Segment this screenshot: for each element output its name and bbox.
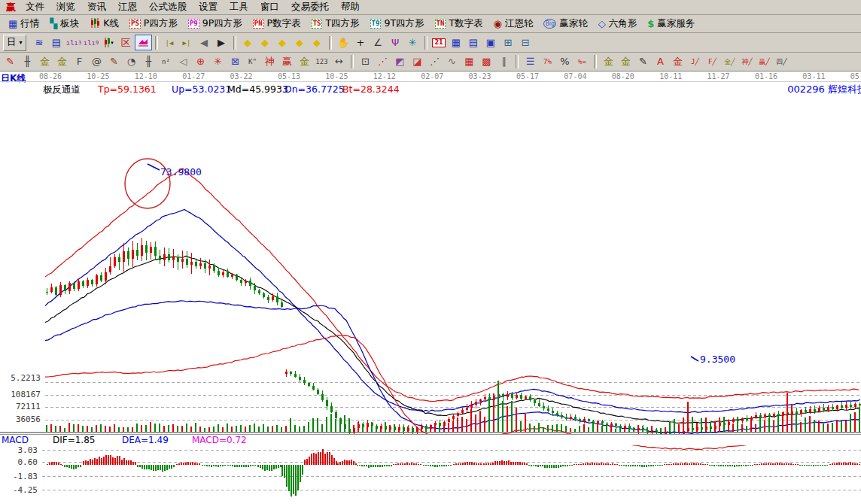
macd-axis-label: 3.03	[0, 445, 38, 455]
knife-icon[interactable]: ✎	[2, 54, 19, 70]
volume-profile-icon[interactable]	[135, 35, 152, 50]
quick-button-江恩轮[interactable]: ◉江恩轮	[488, 16, 539, 32]
percent-icon[interactable]: %	[556, 54, 573, 70]
quick-button-T数字表[interactable]: TNT数字表	[430, 16, 488, 32]
prev-page-icon[interactable]: ◀	[196, 35, 213, 50]
first-page-icon[interactable]: |◀	[161, 35, 178, 50]
brush-icon[interactable]: ✎	[634, 54, 652, 70]
crosshair-icon[interactable]: +	[352, 35, 370, 50]
width-icon[interactable]: ↔	[330, 54, 348, 70]
ruler-icon[interactable]: ╫	[140, 54, 157, 70]
gold-circle-icon[interactable]: 金	[600, 54, 617, 70]
quick-button-label: 江恩轮	[505, 17, 534, 30]
menu-item-3[interactable]: 江恩	[112, 0, 143, 14]
gann-fan-icon[interactable]: Ψ	[387, 35, 404, 50]
grid-arrow-icon[interactable]: ▩	[478, 54, 495, 70]
menu-item-6[interactable]: 工具	[224, 0, 254, 14]
measure-box-icon[interactable]: ⊡	[357, 54, 374, 70]
hand-icon[interactable]: ✋	[335, 35, 352, 50]
web-icon[interactable]: ✳	[404, 35, 421, 50]
menu-item-5[interactable]: 设置	[193, 0, 224, 14]
parallel-icon[interactable]: ∥	[495, 54, 513, 70]
quick-button-K线[interactable]: K线	[84, 16, 124, 32]
grid-icon: ▦	[8, 19, 17, 29]
gold-box-icon[interactable]: 金	[296, 54, 313, 70]
percent-line-icon[interactable]: %=	[573, 54, 591, 70]
quick-button-行情[interactable]: ▦行情	[3, 16, 44, 32]
scale-icon[interactable]: ╫	[19, 54, 36, 70]
distribution-icon[interactable]: ☰	[522, 54, 539, 70]
web-red-icon[interactable]: ✳	[209, 54, 227, 70]
target-icon[interactable]: ⊕	[192, 54, 209, 70]
gold-under-icon[interactable]: 金	[669, 54, 686, 70]
quick-button-T四方形[interactable]: TST四方形	[306, 16, 365, 32]
menu-item-4[interactable]: 公式选股	[143, 0, 193, 14]
kline-period-button[interactable]: 日 ▾	[3, 35, 26, 51]
network-icon[interactable]: ⊞	[500, 35, 517, 50]
k2-icon[interactable]: K"	[244, 54, 261, 70]
trend-lines-icon[interactable]: ⋰	[426, 54, 443, 70]
quick-button-P四方形[interactable]: PSP四方形	[124, 16, 183, 32]
menu-item-0[interactable]: 文件	[20, 0, 50, 14]
quick-button-9T四方形[interactable]: T99T四方形	[365, 16, 430, 32]
calendar-icon[interactable]: 21	[430, 35, 448, 50]
four-angle-icon[interactable]: 四╱	[773, 54, 790, 70]
remote-icon[interactable]: ⊟	[517, 35, 534, 50]
shen-icon[interactable]: 神	[261, 54, 278, 70]
gold-angle-icon[interactable]: 金╱	[721, 54, 738, 70]
grid-red-icon[interactable]: ▦	[461, 54, 478, 70]
n2-icon[interactable]: n²	[157, 54, 175, 70]
last-page-icon[interactable]: ▶|	[178, 35, 196, 50]
notepad-icon[interactable]: ▤	[465, 35, 482, 50]
quick-button-赢家轮[interactable]: Big赢家轮	[538, 16, 592, 32]
quick-button-板块[interactable]: ▚板块	[44, 16, 84, 32]
diamond-all-icon[interactable]: ◆	[291, 35, 309, 50]
diamond-swap-icon[interactable]: ◆	[274, 35, 291, 50]
ying-angle-icon[interactable]: 赢╱	[756, 54, 773, 70]
blocks-icon: ▚	[50, 19, 57, 29]
pennant-icon[interactable]: ◁	[175, 54, 192, 70]
quick-button-9P四方形[interactable]: P99P四方形	[183, 16, 248, 32]
percent-cut-icon[interactable]: 7%	[539, 54, 556, 70]
menu-item-9[interactable]: 帮助	[335, 0, 366, 14]
ying-icon[interactable]: 赢	[278, 54, 296, 70]
shen-angle-icon[interactable]: 神╱	[738, 54, 756, 70]
pen-icon[interactable]: ✎	[105, 54, 123, 70]
menu-item-8[interactable]: 交易委托	[285, 0, 335, 14]
quick-button-赢家服务[interactable]: $赢家服务	[642, 16, 700, 32]
a-wave-icon[interactable]: A	[652, 54, 669, 70]
wave-icon[interactable]: ∿	[443, 54, 461, 70]
toolbar-separator	[351, 55, 354, 68]
step9-icon[interactable]: ılı9	[83, 35, 100, 50]
diamond-right-icon[interactable]: ◆	[257, 35, 274, 50]
save-icon[interactable]: ▣	[482, 35, 500, 50]
gold-ruler-icon[interactable]: 金	[36, 54, 53, 70]
calculator-icon[interactable]: ▦	[448, 35, 465, 50]
angle-measure-icon[interactable]: ∠	[370, 35, 387, 50]
menu-item-1[interactable]: 浏览	[50, 0, 81, 14]
f-angle-icon[interactable]: F╱	[704, 54, 721, 70]
fan-box-icon[interactable]: ◩	[391, 54, 409, 70]
diamond-left-icon[interactable]: ◆	[239, 35, 257, 50]
step3-icon[interactable]: ılı3	[65, 35, 83, 50]
ruler123-icon[interactable]: 123	[313, 54, 330, 70]
cycle-clock-icon[interactable]: ◔	[123, 54, 140, 70]
diamond-expand-icon[interactable]: ◆	[309, 35, 326, 50]
fibo-icon[interactable]: F	[71, 54, 88, 70]
quick-button-六角形[interactable]: ◇六角形	[593, 16, 643, 32]
info-list-icon[interactable]: ▤	[48, 35, 65, 50]
gold-ruler2-icon[interactable]: 金	[53, 54, 71, 70]
fan-box2-icon[interactable]: ◪	[409, 54, 426, 70]
menu-item-2[interactable]: 资讯	[81, 0, 112, 14]
fan-red-icon[interactable]: ⋰	[374, 54, 391, 70]
candle-dropdown-icon[interactable]: ▾	[100, 35, 117, 50]
j-angle-icon[interactable]: J╱	[686, 54, 704, 70]
next-page-icon[interactable]: ▶	[213, 35, 230, 50]
menu-item-7[interactable]: 窗口	[254, 0, 285, 14]
spiral-icon[interactable]: @	[88, 54, 105, 70]
web-box-icon[interactable]: ⊠	[227, 54, 244, 70]
gann-frame-icon[interactable]: 区	[117, 35, 135, 50]
gold-line-icon[interactable]: 金	[617, 54, 634, 70]
quick-button-P数字表[interactable]: PNP数字表	[248, 16, 306, 32]
wave-icon[interactable]: ≋	[31, 35, 48, 50]
